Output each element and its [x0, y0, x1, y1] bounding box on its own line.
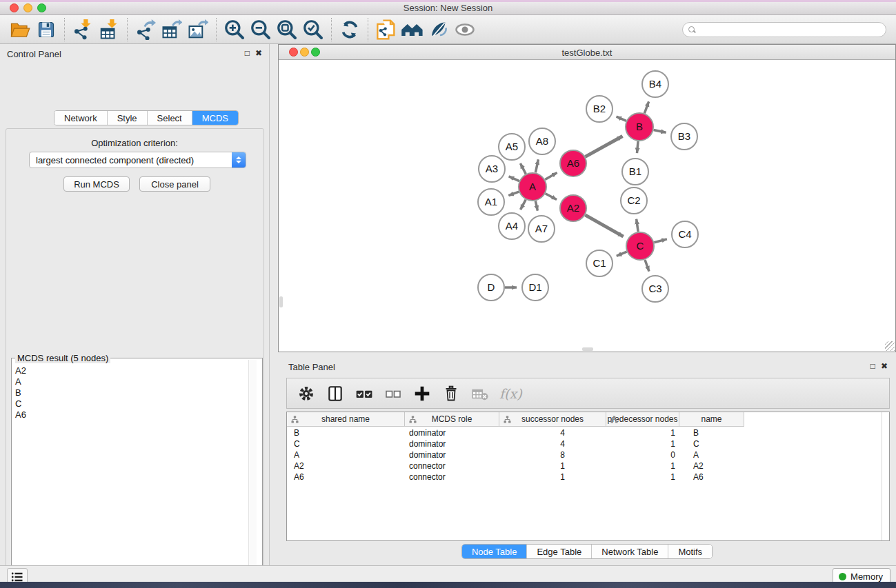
float-panel-icon[interactable]: □	[870, 361, 875, 371]
column-header-successor-nodes[interactable]: successor nodes	[499, 412, 606, 427]
graph-node-A2[interactable]: A2	[560, 195, 586, 221]
graph-node-A3[interactable]: A3	[479, 156, 505, 182]
graph-edge-A-A2[interactable]	[546, 194, 557, 200]
float-panel-icon[interactable]: □	[245, 48, 250, 58]
table-row[interactable]: A2connector11A2	[287, 460, 889, 472]
graph-node-A4[interactable]: A4	[499, 213, 525, 239]
import-table-icon[interactable]	[96, 17, 122, 42]
column-visibility-icon[interactable]	[326, 383, 345, 404]
import-network-icon[interactable]	[70, 17, 96, 42]
zoom-in-icon[interactable]	[221, 17, 248, 42]
graph-edge-C-C1[interactable]	[617, 252, 627, 256]
select-all-icon[interactable]	[355, 383, 374, 404]
graph-node-C1[interactable]: C1	[586, 250, 613, 276]
add-column-icon[interactable]	[412, 383, 432, 404]
graph-edge-C-C3[interactable]	[645, 260, 649, 272]
column-header-predecessor-nodes[interactable]: predecessor nodes	[606, 412, 679, 427]
refresh-layout-icon[interactable]	[337, 17, 363, 42]
graph-node-D[interactable]: D	[478, 274, 504, 301]
graph-edge-A-A8[interactable]	[535, 159, 538, 172]
graph-node-C3[interactable]: C3	[642, 276, 668, 302]
graph-node-A6[interactable]: A6	[560, 150, 586, 176]
graph-node-C4[interactable]: C4	[672, 221, 698, 247]
show-details-icon[interactable]	[452, 17, 478, 42]
mcds-scrollbar[interactable]	[248, 360, 257, 588]
graph-edge-A2-C[interactable]	[585, 215, 623, 236]
close-panel-icon[interactable]: ✖	[255, 48, 262, 58]
graph-node-B[interactable]: B	[626, 113, 653, 141]
graph-edge-A-A3[interactable]	[509, 176, 519, 181]
graph-edge-C-C4[interactable]	[654, 239, 667, 243]
table-row[interactable]: Adominator80A	[287, 449, 889, 460]
tab-node-table[interactable]: Node Table	[462, 545, 527, 558]
mcds-result-item[interactable]: C	[15, 398, 26, 409]
graph-edge-A-A6[interactable]	[545, 172, 557, 179]
export-table-icon[interactable]	[159, 17, 185, 42]
table-row[interactable]: Bdominator41B	[287, 427, 889, 438]
column-header-MCDS-role[interactable]: MCDS role	[405, 412, 499, 427]
tab-select[interactable]: Select	[147, 111, 192, 125]
table-cell: A6	[679, 472, 744, 482]
graph-edge-B-B3[interactable]	[654, 130, 666, 132]
graph-edge-A-A1[interactable]	[508, 192, 519, 195]
graph-node-A[interactable]: A	[519, 173, 546, 201]
graph-edge-B-B2[interactable]	[617, 116, 626, 121]
graph-edge-A-A5[interactable]	[520, 163, 526, 174]
graph-node-A8[interactable]: A8	[529, 128, 555, 154]
mcds-result-item[interactable]: B	[15, 387, 26, 398]
tab-edge-table[interactable]: Edge Table	[526, 545, 591, 558]
graph-node-A5[interactable]: A5	[499, 134, 525, 160]
mcds-result-item[interactable]: A	[15, 376, 26, 387]
resize-grip-icon[interactable]	[885, 341, 895, 351]
zoom-fit-icon[interactable]	[274, 17, 300, 42]
graph-edge-B-B1[interactable]	[637, 141, 638, 153]
run-mcds-button[interactable]: Run MCDS	[63, 176, 130, 192]
graph-edge-A-A4[interactable]	[521, 200, 526, 210]
home-icon[interactable]	[399, 17, 426, 42]
graph-node-B4[interactable]: B4	[642, 71, 668, 97]
graph-node-C[interactable]: C	[626, 232, 654, 260]
graph-edge-A6-B[interactable]	[586, 136, 623, 157]
clone-network-icon[interactable]	[373, 17, 399, 42]
table-vscroll-track[interactable]	[882, 412, 882, 540]
graph-node-A1[interactable]: A1	[478, 189, 504, 215]
mcds-result-item[interactable]: A6	[15, 409, 26, 420]
graph-node-C2[interactable]: C2	[621, 187, 647, 214]
graph-edge-C-C2[interactable]	[637, 219, 639, 232]
table-row[interactable]: A6connector11A6	[287, 472, 889, 483]
graph-edge-B-B4[interactable]	[644, 101, 648, 113]
search-field[interactable]	[682, 22, 886, 37]
settings-gear-icon[interactable]	[297, 383, 316, 404]
graph-node-B3[interactable]: B3	[671, 123, 697, 150]
tab-network-table[interactable]: Network Table	[591, 545, 668, 558]
open-file-icon[interactable]	[7, 17, 33, 42]
network-hscroll-thumb[interactable]	[582, 347, 593, 351]
export-network-icon[interactable]	[132, 17, 159, 42]
column-header-name[interactable]: name	[679, 412, 744, 427]
tab-mcds[interactable]: MCDS	[192, 111, 238, 125]
graph-node-B2[interactable]: B2	[586, 96, 613, 122]
hide-details-icon[interactable]	[426, 17, 452, 42]
tab-network[interactable]: Network	[54, 111, 107, 125]
mcds-result-item[interactable]: A2	[15, 365, 26, 376]
graph-edge-A-A7[interactable]	[535, 201, 537, 211]
close-panel-icon[interactable]: ✖	[881, 361, 888, 371]
export-image-icon[interactable]	[185, 17, 211, 42]
network-canvas[interactable]: AA1A2A3A4A5A6A7A8BB1B2B3B4CC1C2C3C4DD1	[279, 60, 895, 352]
graph-node-D1[interactable]: D1	[522, 274, 548, 301]
column-header-shared-name[interactable]: shared name	[287, 412, 405, 427]
network-vscroll-thumb[interactable]	[279, 296, 283, 307]
delete-column-icon[interactable]	[441, 383, 461, 404]
tab-style[interactable]: Style	[107, 111, 147, 125]
tab-motifs[interactable]: Motifs	[668, 545, 712, 558]
save-session-icon[interactable]	[33, 17, 59, 42]
graph-node-B1[interactable]: B1	[622, 159, 648, 185]
zoom-selected-icon[interactable]	[300, 17, 326, 42]
unselect-all-icon[interactable]	[384, 383, 403, 404]
graph-node-A7[interactable]: A7	[528, 216, 555, 242]
table-row[interactable]: Cdominator41C	[287, 438, 889, 449]
zoom-out-icon[interactable]	[248, 17, 274, 42]
search-input[interactable]	[698, 23, 886, 36]
close-panel-button[interactable]: Close panel	[139, 176, 210, 192]
criterion-dropdown[interactable]: largest connected component (directed)	[29, 152, 246, 168]
